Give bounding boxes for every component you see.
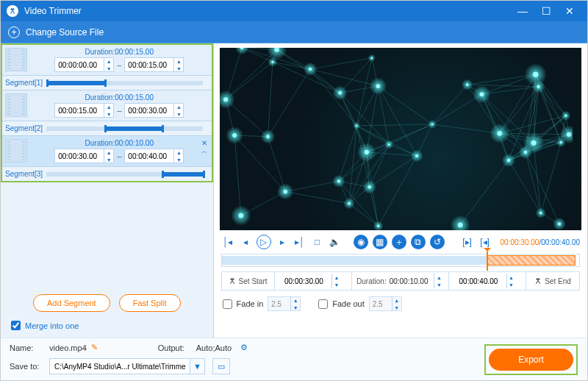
pencil-icon[interactable]: ✎ xyxy=(91,343,98,352)
chevron-down-icon[interactable]: ▼ xyxy=(190,359,204,374)
chevron-up-icon[interactable]: ▲ xyxy=(507,274,516,281)
segment-row[interactable]: Duration:00:00:10.00 ▲▼ – ▲▼ xyxy=(2,136,212,181)
segment-start-input[interactable]: ▲▼ xyxy=(54,149,114,163)
close-button[interactable]: ✕ xyxy=(558,5,581,17)
chevron-up-icon[interactable]: ▲ xyxy=(332,274,341,281)
film-icon xyxy=(5,93,27,117)
fade-in-label: Fade in xyxy=(237,299,264,308)
film-icon xyxy=(5,48,27,71)
chevron-up-icon[interactable]: ▲ xyxy=(392,296,401,304)
output-value: Auto;Auto xyxy=(196,343,232,352)
merge-label: Merge into one xyxy=(25,321,79,330)
saveto-input[interactable] xyxy=(50,359,190,374)
stop-icon[interactable]: □ xyxy=(311,235,324,249)
fade-out-checkbox[interactable] xyxy=(318,299,328,309)
volume-icon[interactable]: 🔈 xyxy=(329,235,342,249)
chevron-up-icon[interactable]: ▲ xyxy=(104,149,113,156)
segment-row[interactable]: Duration:00:00:15.00 ▲▼ – ▲▼ xyxy=(2,45,212,90)
skip-start-icon[interactable]: │◂ xyxy=(221,235,234,249)
chevron-down-icon[interactable]: ▼ xyxy=(332,281,341,288)
sub-header: + Change Source File xyxy=(1,21,587,43)
chevron-up-icon[interactable]: ▲ xyxy=(291,296,300,304)
app-title: Video Trimmer xyxy=(24,6,511,16)
gear-icon[interactable]: ⚙ xyxy=(240,343,248,352)
range-start-input[interactable]: ▲▼ xyxy=(275,272,352,290)
timeline[interactable] xyxy=(221,254,580,267)
mark-out-icon[interactable]: [◂] xyxy=(478,235,492,249)
set-end-button[interactable]: Set End xyxy=(526,272,579,290)
fade-row: Fade in ▲▼ Fade out ▲▼ xyxy=(214,291,587,317)
segment-buttons: Add Segment Fast Split xyxy=(1,288,213,318)
chevron-down-icon[interactable]: ▼ xyxy=(174,110,183,118)
chevron-down-icon[interactable]: ▼ xyxy=(104,65,113,72)
fade-in-value[interactable]: ▲▼ xyxy=(268,296,301,311)
change-source-link[interactable]: Change Source File xyxy=(26,27,104,38)
chevron-up-icon[interactable]: ▲ xyxy=(104,57,113,65)
app-icon xyxy=(7,5,18,17)
fast-split-button[interactable]: Fast Split xyxy=(119,294,181,312)
segment-end-input[interactable]: ▲▼ xyxy=(124,57,184,72)
chevron-down-icon[interactable]: ▼ xyxy=(434,281,443,288)
play-icon[interactable]: ▷ xyxy=(257,235,271,249)
video-preview[interactable] xyxy=(220,48,581,230)
fade-out-value[interactable]: ▲▼ xyxy=(369,296,402,311)
chevron-down-icon[interactable]: ▼ xyxy=(174,65,183,72)
add-segment-button[interactable]: Add Segment xyxy=(33,294,110,312)
chevron-up-icon[interactable]: ▲ xyxy=(174,149,183,156)
skip-end-icon[interactable]: ▸│ xyxy=(293,235,306,249)
chevron-down-icon[interactable]: ▼ xyxy=(291,304,300,311)
segments-list: Duration:00:00:15.00 ▲▼ – ▲▼ xyxy=(1,43,213,182)
segment-track[interactable] xyxy=(46,172,203,177)
minimize-button[interactable]: — xyxy=(511,5,534,17)
range-bar: Set Start ▲▼ Duration:00:00:10.00 ▲▼ ▲▼ … xyxy=(221,271,580,291)
title-bar: Video Trimmer — ☐ ✕ xyxy=(1,1,587,21)
saveto-label: Save to: xyxy=(10,362,45,371)
segment-collapse-icon[interactable]: ︿ xyxy=(201,147,207,155)
chevron-up-icon[interactable]: ▲ xyxy=(434,274,443,281)
segment-track[interactable] xyxy=(46,127,203,131)
undo-icon[interactable]: ↺ xyxy=(430,235,445,249)
chevron-up-icon[interactable]: ▲ xyxy=(174,57,183,65)
segment-delete-icon[interactable]: ✕ xyxy=(201,139,207,147)
timeline-cursor[interactable] xyxy=(487,252,488,271)
name-label: Name: xyxy=(10,343,45,352)
copy-icon[interactable]: ⧉ xyxy=(411,235,426,249)
scissors-icon xyxy=(534,277,542,285)
segment-duration: Duration:00:00:15.00 xyxy=(30,48,209,56)
chevron-down-icon[interactable]: ▼ xyxy=(174,156,183,163)
fade-in-checkbox[interactable] xyxy=(223,299,232,309)
prev-frame-icon[interactable]: ◂ xyxy=(239,235,252,249)
saveto-combo[interactable]: ▼ xyxy=(49,358,205,374)
grid-icon[interactable]: ▦ xyxy=(373,235,387,249)
merge-checkbox[interactable] xyxy=(11,321,21,330)
set-start-button[interactable]: Set Start xyxy=(222,272,275,290)
export-button[interactable]: Export xyxy=(489,349,573,371)
chevron-down-icon[interactable]: ▼ xyxy=(507,281,516,288)
left-panel: Duration:00:00:15.00 ▲▼ – ▲▼ xyxy=(1,43,214,338)
segment-start-input[interactable]: ▲▼ xyxy=(54,103,114,118)
film-icon xyxy=(5,139,27,163)
segment-end-input[interactable]: ▲▼ xyxy=(124,149,184,163)
segment-track[interactable] xyxy=(46,81,203,85)
segment-row[interactable]: Duration:00:00:15.00 ▲▼ – ▲▼ xyxy=(2,90,212,136)
segment-end-input[interactable]: ▲▼ xyxy=(124,103,184,118)
chevron-up-icon[interactable]: ▲ xyxy=(104,103,113,110)
maximize-button[interactable]: ☐ xyxy=(534,5,558,17)
merge-row: Merge into one xyxy=(1,318,213,338)
segment-start-input[interactable]: ▲▼ xyxy=(54,57,114,72)
name-value: video.mp4 xyxy=(49,343,87,352)
next-frame-icon[interactable]: ▸ xyxy=(276,235,289,249)
chevron-down-icon[interactable]: ▼ xyxy=(104,110,113,118)
plus-icon[interactable]: + xyxy=(8,26,20,38)
chevron-down-icon[interactable]: ▼ xyxy=(392,304,401,311)
camera-icon[interactable]: ◉ xyxy=(354,235,368,249)
fade-out-label: Fade out xyxy=(332,299,364,308)
mark-in-icon[interactable]: [▸] xyxy=(461,235,474,249)
scissors-icon xyxy=(229,277,236,285)
segment-duration: Duration:00:00:15.00 xyxy=(30,93,209,102)
range-end-input[interactable]: ▲▼ xyxy=(449,272,526,290)
add-icon[interactable]: ＋ xyxy=(392,235,406,249)
chevron-down-icon[interactable]: ▼ xyxy=(104,156,113,163)
chevron-up-icon[interactable]: ▲ xyxy=(174,103,183,110)
browse-folder-button[interactable]: ▭ xyxy=(212,358,230,374)
